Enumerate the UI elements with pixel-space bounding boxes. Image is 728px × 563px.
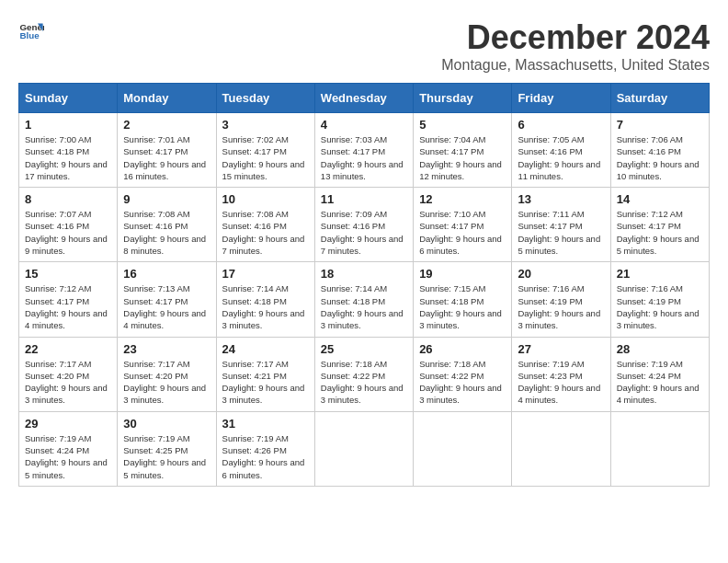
daylight-label: Daylight: 9 hours and 17 minutes. bbox=[25, 159, 108, 181]
day-number: 25 bbox=[321, 342, 407, 356]
daylight-label: Daylight: 9 hours and 7 minutes. bbox=[222, 234, 305, 256]
daylight-label: Daylight: 9 hours and 5 minutes. bbox=[123, 457, 206, 479]
sunset-label: Sunset: 4:23 PM bbox=[518, 371, 582, 381]
calendar-day-cell: 11 Sunrise: 7:09 AM Sunset: 4:16 PM Dayl… bbox=[314, 188, 413, 262]
sunrise-label: Sunrise: 7:18 AM bbox=[419, 359, 485, 369]
day-number: 19 bbox=[419, 267, 506, 281]
sunrise-label: Sunrise: 7:09 AM bbox=[321, 209, 387, 219]
calendar-day-cell: 30 Sunrise: 7:19 AM Sunset: 4:25 PM Dayl… bbox=[118, 411, 216, 486]
sunset-label: Sunset: 4:18 PM bbox=[419, 296, 483, 306]
sunrise-label: Sunrise: 7:14 AM bbox=[321, 283, 387, 293]
sunset-label: Sunset: 4:16 PM bbox=[617, 146, 681, 156]
location-title: Montague, Massachusetts, United States bbox=[441, 57, 710, 74]
day-number: 8 bbox=[25, 192, 111, 206]
sunrise-label: Sunrise: 7:17 AM bbox=[222, 359, 289, 369]
day-info: Sunrise: 7:19 AM Sunset: 4:24 PM Dayligh… bbox=[25, 432, 111, 481]
weekday-header-wednesday: Wednesday bbox=[314, 84, 413, 113]
daylight-label: Daylight: 9 hours and 3 minutes. bbox=[321, 308, 404, 330]
sunrise-label: Sunrise: 7:19 AM bbox=[222, 433, 289, 443]
calendar-day-cell: 12 Sunrise: 7:10 AM Sunset: 4:17 PM Dayl… bbox=[414, 188, 512, 262]
day-info: Sunrise: 7:08 AM Sunset: 4:16 PM Dayligh… bbox=[123, 208, 210, 257]
daylight-label: Daylight: 9 hours and 5 minutes. bbox=[617, 234, 700, 256]
sunset-label: Sunset: 4:17 PM bbox=[419, 146, 483, 156]
sunset-label: Sunset: 4:17 PM bbox=[123, 296, 188, 306]
sunset-label: Sunset: 4:17 PM bbox=[321, 146, 385, 156]
sunset-label: Sunset: 4:19 PM bbox=[617, 296, 681, 306]
daylight-label: Daylight: 9 hours and 3 minutes. bbox=[25, 383, 108, 405]
day-info: Sunrise: 7:02 AM Sunset: 4:17 PM Dayligh… bbox=[222, 133, 309, 182]
day-info: Sunrise: 7:18 AM Sunset: 4:22 PM Dayligh… bbox=[419, 358, 506, 407]
day-info: Sunrise: 7:12 AM Sunset: 4:17 PM Dayligh… bbox=[617, 208, 703, 257]
calendar-day-cell: 9 Sunrise: 7:08 AM Sunset: 4:16 PM Dayli… bbox=[118, 188, 216, 262]
calendar-day-cell: 16 Sunrise: 7:13 AM Sunset: 4:17 PM Dayl… bbox=[118, 262, 216, 337]
calendar-day-cell: 5 Sunrise: 7:04 AM Sunset: 4:17 PM Dayli… bbox=[414, 113, 512, 188]
calendar-week-row: 8 Sunrise: 7:07 AM Sunset: 4:16 PM Dayli… bbox=[19, 188, 710, 262]
sunrise-label: Sunrise: 7:11 AM bbox=[518, 209, 584, 219]
sunrise-label: Sunrise: 7:17 AM bbox=[25, 359, 91, 369]
weekday-header-thursday: Thursday bbox=[414, 84, 512, 113]
daylight-label: Daylight: 9 hours and 11 minutes. bbox=[518, 159, 600, 181]
day-info: Sunrise: 7:00 AM Sunset: 4:18 PM Dayligh… bbox=[25, 133, 111, 182]
day-info: Sunrise: 7:18 AM Sunset: 4:22 PM Dayligh… bbox=[321, 358, 407, 407]
calendar-day-cell: 18 Sunrise: 7:14 AM Sunset: 4:18 PM Dayl… bbox=[314, 262, 413, 337]
sunrise-label: Sunrise: 7:03 AM bbox=[321, 134, 387, 144]
day-info: Sunrise: 7:11 AM Sunset: 4:17 PM Dayligh… bbox=[518, 208, 604, 257]
sunset-label: Sunset: 4:16 PM bbox=[123, 221, 188, 231]
calendar-day-cell: 25 Sunrise: 7:18 AM Sunset: 4:22 PM Dayl… bbox=[314, 337, 413, 411]
day-info: Sunrise: 7:19 AM Sunset: 4:25 PM Dayligh… bbox=[123, 432, 210, 481]
sunrise-label: Sunrise: 7:18 AM bbox=[321, 359, 387, 369]
day-info: Sunrise: 7:03 AM Sunset: 4:17 PM Dayligh… bbox=[321, 133, 407, 182]
sunset-label: Sunset: 4:17 PM bbox=[123, 146, 188, 156]
day-info: Sunrise: 7:19 AM Sunset: 4:23 PM Dayligh… bbox=[518, 358, 604, 407]
day-info: Sunrise: 7:01 AM Sunset: 4:17 PM Dayligh… bbox=[123, 133, 210, 182]
calendar-day-cell: 20 Sunrise: 7:16 AM Sunset: 4:19 PM Dayl… bbox=[512, 262, 610, 337]
sunrise-label: Sunrise: 7:19 AM bbox=[617, 359, 683, 369]
calendar-day-cell: 22 Sunrise: 7:17 AM Sunset: 4:20 PM Dayl… bbox=[19, 337, 118, 411]
sunset-label: Sunset: 4:24 PM bbox=[617, 371, 681, 381]
daylight-label: Daylight: 9 hours and 3 minutes. bbox=[617, 308, 700, 330]
day-number: 18 bbox=[321, 267, 407, 281]
header: General Blue December 2024 Montague, Mas… bbox=[18, 18, 710, 74]
calendar-day-cell: 23 Sunrise: 7:17 AM Sunset: 4:20 PM Dayl… bbox=[118, 337, 216, 411]
daylight-label: Daylight: 9 hours and 5 minutes. bbox=[518, 234, 600, 256]
calendar-week-row: 22 Sunrise: 7:17 AM Sunset: 4:20 PM Dayl… bbox=[19, 337, 710, 411]
sunset-label: Sunset: 4:22 PM bbox=[321, 371, 385, 381]
day-info: Sunrise: 7:04 AM Sunset: 4:17 PM Dayligh… bbox=[419, 133, 506, 182]
sunrise-label: Sunrise: 7:15 AM bbox=[419, 283, 485, 293]
day-number: 12 bbox=[419, 192, 506, 206]
calendar-day-cell: 19 Sunrise: 7:15 AM Sunset: 4:18 PM Dayl… bbox=[414, 262, 512, 337]
day-number: 15 bbox=[25, 267, 111, 281]
calendar-day-cell: 14 Sunrise: 7:12 AM Sunset: 4:17 PM Dayl… bbox=[610, 188, 709, 262]
day-info: Sunrise: 7:19 AM Sunset: 4:24 PM Dayligh… bbox=[617, 358, 703, 407]
day-info: Sunrise: 7:16 AM Sunset: 4:19 PM Dayligh… bbox=[518, 282, 604, 331]
day-number: 10 bbox=[222, 192, 309, 206]
calendar-day-cell: 29 Sunrise: 7:19 AM Sunset: 4:24 PM Dayl… bbox=[19, 411, 118, 486]
calendar-day-cell: 17 Sunrise: 7:14 AM Sunset: 4:18 PM Dayl… bbox=[216, 262, 314, 337]
day-number: 26 bbox=[419, 342, 506, 356]
title-section: December 2024 Montague, Massachusetts, U… bbox=[441, 18, 710, 74]
day-number: 23 bbox=[123, 342, 210, 356]
month-title: December 2024 bbox=[441, 18, 710, 57]
sunrise-label: Sunrise: 7:04 AM bbox=[419, 134, 485, 144]
daylight-label: Daylight: 9 hours and 13 minutes. bbox=[321, 159, 404, 181]
daylight-label: Daylight: 9 hours and 4 minutes. bbox=[617, 383, 700, 405]
calendar-day-cell bbox=[314, 411, 413, 486]
daylight-label: Daylight: 9 hours and 7 minutes. bbox=[321, 234, 404, 256]
calendar-day-cell: 27 Sunrise: 7:19 AM Sunset: 4:23 PM Dayl… bbox=[512, 337, 610, 411]
day-number: 30 bbox=[123, 417, 210, 431]
daylight-label: Daylight: 9 hours and 4 minutes. bbox=[123, 308, 206, 330]
sunrise-label: Sunrise: 7:08 AM bbox=[222, 209, 289, 219]
daylight-label: Daylight: 9 hours and 8 minutes. bbox=[123, 234, 206, 256]
sunset-label: Sunset: 4:19 PM bbox=[518, 296, 582, 306]
day-info: Sunrise: 7:06 AM Sunset: 4:16 PM Dayligh… bbox=[617, 133, 703, 182]
day-number: 7 bbox=[617, 118, 703, 132]
sunset-label: Sunset: 4:20 PM bbox=[123, 371, 188, 381]
day-number: 9 bbox=[123, 192, 210, 206]
day-number: 2 bbox=[123, 118, 210, 132]
day-number: 22 bbox=[25, 342, 111, 356]
calendar-day-cell: 3 Sunrise: 7:02 AM Sunset: 4:17 PM Dayli… bbox=[216, 113, 314, 188]
calendar-day-cell: 21 Sunrise: 7:16 AM Sunset: 4:19 PM Dayl… bbox=[610, 262, 709, 337]
sunset-label: Sunset: 4:17 PM bbox=[518, 221, 582, 231]
sunset-label: Sunset: 4:20 PM bbox=[25, 371, 89, 381]
daylight-label: Daylight: 9 hours and 15 minutes. bbox=[222, 159, 305, 181]
